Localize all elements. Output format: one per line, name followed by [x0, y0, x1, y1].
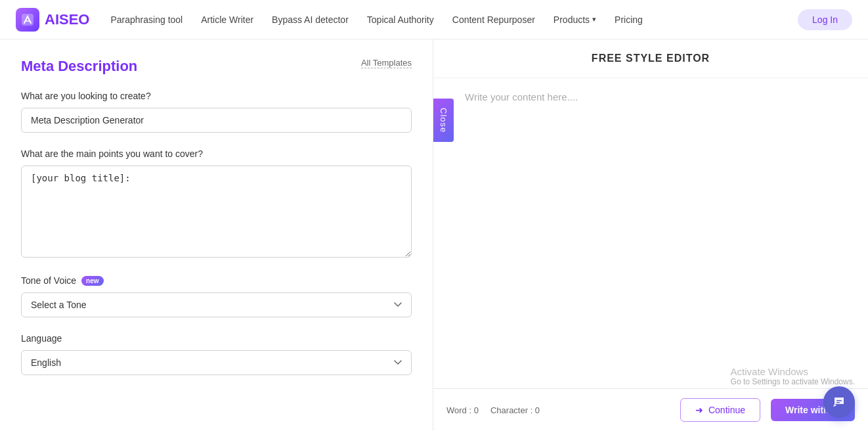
language-label: Language [21, 333, 412, 344]
tone-new-badge: new [81, 276, 103, 286]
form-group-tone: Tone of Voice new Select a Tone Professi… [21, 275, 412, 317]
continue-button[interactable]: ➜ Continue [680, 398, 760, 422]
left-panel: Meta Description All Templates What are … [0, 39, 433, 431]
editor-header: FREE STYLE EDITOR [433, 39, 868, 78]
editor-title: FREE STYLE EDITOR [592, 53, 710, 64]
login-button[interactable]: Log In [798, 9, 852, 30]
all-templates-link[interactable]: All Templates [361, 58, 412, 68]
q1-input[interactable] [21, 108, 412, 133]
chevron-down-icon: ▾ [592, 15, 596, 24]
form-group-q1: What are you looking to create? [21, 91, 412, 133]
nav-bypass-ai[interactable]: Bypass AI detector [272, 14, 349, 25]
nav-links: Paraphrasing tool Article Writer Bypass … [110, 14, 777, 25]
tone-label: Tone of Voice [21, 275, 76, 286]
nav-paraphrasing-tool[interactable]: Paraphrasing tool [110, 14, 183, 25]
main-container: Meta Description All Templates What are … [0, 39, 868, 431]
char-count-label: Character : 0 [490, 405, 540, 415]
editor-placeholder: Write your content here.... [465, 91, 578, 102]
q2-textarea[interactable]: [your blog title]: [21, 166, 412, 258]
nav-article-writer[interactable]: Article Writer [201, 14, 253, 25]
nav-pricing[interactable]: Pricing [615, 14, 643, 25]
page-title: Meta Description [21, 58, 137, 75]
form-group-language: Language English French German Spanish I… [21, 333, 412, 375]
nav-products-label: Products [553, 14, 590, 25]
word-char-count: Word : 0 Character : 0 [446, 405, 540, 415]
logo-icon [16, 8, 39, 32]
form-group-q2: What are the main points you want to cov… [21, 148, 412, 260]
svg-rect-2 [836, 402, 840, 403]
navbar: AISEO Paraphrasing tool Article Writer B… [0, 0, 868, 39]
continue-arrow-icon: ➜ [695, 405, 703, 415]
chat-bubble[interactable] [823, 386, 855, 418]
bottom-bar: Word : 0 Character : 0 ➜ Continue Write … [433, 388, 868, 431]
svg-rect-1 [836, 400, 842, 401]
word-count-label: Word : 0 [446, 405, 479, 415]
editor-body: Write your content here.... [433, 78, 868, 388]
q1-label: What are you looking to create? [21, 91, 412, 101]
nav-products[interactable]: Products ▾ [553, 14, 596, 25]
left-panel-header: Meta Description All Templates [21, 58, 412, 75]
brand-name: AISEO [45, 11, 89, 28]
right-panel: FREE STYLE EDITOR Close Write your conte… [433, 39, 868, 431]
q2-label: What are the main points you want to cov… [21, 148, 412, 159]
continue-label: Continue [708, 405, 745, 415]
nav-topical-authority[interactable]: Topical Authority [367, 14, 434, 25]
tone-select[interactable]: Select a Tone Professional Casual Friend… [21, 292, 412, 317]
nav-content-repurposer[interactable]: Content Repurposer [452, 14, 535, 25]
nav-actions: Log In [798, 9, 852, 30]
tone-header: Tone of Voice new [21, 275, 412, 286]
language-select[interactable]: English French German Spanish Italian Po… [21, 350, 412, 375]
close-tab[interactable]: Close [433, 99, 454, 142]
logo[interactable]: AISEO [16, 8, 89, 32]
